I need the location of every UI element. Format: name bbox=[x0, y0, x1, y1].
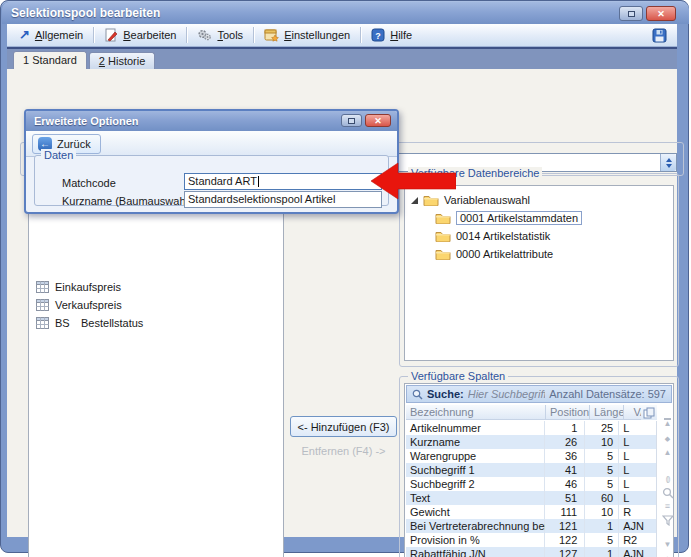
gears-icon bbox=[197, 28, 212, 42]
step-down-icon[interactable]: ▼ bbox=[661, 538, 674, 551]
cell-len: 1 bbox=[585, 519, 619, 533]
search-label: Suche: bbox=[427, 388, 464, 400]
remove-button-disabled: Entfernen (F4) -> bbox=[290, 445, 397, 457]
save-button[interactable] bbox=[652, 28, 673, 43]
table-row[interactable]: Provision in %1225R2 bbox=[406, 533, 656, 547]
table-row[interactable]: Suchbegriff 2465L bbox=[406, 477, 656, 491]
toolbar-separator bbox=[186, 27, 187, 43]
dialog-close-button[interactable]: ✕ bbox=[365, 114, 391, 127]
cell-name: Gewicht bbox=[406, 505, 545, 519]
spalten-panel: Suche: Hier Suchbegriff eing Anzahl Date… bbox=[404, 383, 674, 557]
search-icon[interactable] bbox=[661, 486, 674, 499]
toolbar-button-bearbeiten[interactable]: Bearbeiten bbox=[96, 26, 184, 44]
column-header-bezeichnung[interactable]: Bezeichnung bbox=[406, 405, 546, 419]
spin-down-icon bbox=[666, 164, 672, 168]
tab-standard[interactable]: 1 Standard bbox=[13, 51, 87, 69]
cell-pos: 122 bbox=[545, 533, 585, 547]
cell-pos: 26 bbox=[545, 435, 585, 449]
cell-name: Artikelnummer bbox=[406, 421, 545, 435]
dialog-restore-button[interactable] bbox=[341, 114, 362, 127]
cell-name: Suchbegriff 2 bbox=[406, 477, 545, 491]
text-caret bbox=[258, 176, 259, 187]
column-width-icon[interactable]: (|) bbox=[661, 472, 674, 485]
toolbar-label: Allgemein bbox=[35, 29, 83, 41]
search-placeholder: Hier Suchbegriff eing bbox=[468, 388, 546, 400]
screenshot-root: { "window": { "title": "Selektionspool b… bbox=[0, 0, 691, 557]
cell-len: 1 bbox=[585, 547, 619, 557]
close-button[interactable]: ✕ bbox=[646, 6, 676, 21]
cell-va: L bbox=[619, 421, 656, 435]
restore-icon bbox=[628, 11, 635, 17]
table-row[interactable]: Suchbegriff 1415L bbox=[406, 463, 656, 477]
item-label: Einkaufspreis bbox=[55, 281, 121, 293]
table-row[interactable]: Bei Vertreterabrechnung berücksichtige12… bbox=[406, 519, 656, 533]
tree-item[interactable]: 0000 Artikelattribute bbox=[435, 246, 553, 262]
table-row[interactable]: Gewicht11110R bbox=[406, 505, 656, 519]
toolbar-label: Tools bbox=[217, 29, 243, 41]
tab-historie[interactable]: 2 Historie bbox=[89, 52, 155, 69]
table-row[interactable]: Rabattfähig J/N1271AJN bbox=[406, 547, 656, 557]
selected-columns-listbox[interactable]: EinkaufspreisVerkaufspreisBSBestellstatu… bbox=[28, 194, 284, 557]
close-icon: ✕ bbox=[657, 9, 665, 19]
toolbar-button-allgemein[interactable]: ↗ Allgemein bbox=[11, 27, 91, 43]
tree-item-label: 0014 Artikelstatistik bbox=[456, 230, 550, 242]
tree-item[interactable]: 0001 Artikelstammdaten bbox=[435, 210, 582, 226]
record-count: Anzahl Datensätze: 597 bbox=[549, 388, 666, 400]
combo-spinner-button[interactable] bbox=[660, 154, 676, 171]
restore-button[interactable] bbox=[619, 6, 643, 21]
step-up-icon[interactable]: ▲ bbox=[661, 446, 674, 459]
kurzname-input[interactable]: Standardselektionspool Artikel bbox=[184, 191, 382, 208]
cell-pos: 46 bbox=[545, 477, 585, 491]
selected-column-item[interactable]: BSBestellstatus bbox=[36, 315, 143, 331]
cell-va: L bbox=[619, 491, 656, 505]
table-row[interactable]: Kurzname2610L bbox=[406, 435, 656, 449]
cell-pos: 41 bbox=[545, 463, 585, 477]
window-title: Selektionspool bearbeiten bbox=[2, 6, 160, 20]
toolbar-label: Einstellungen bbox=[284, 29, 350, 41]
toolbar-label: Hilfe bbox=[390, 29, 412, 41]
table-row[interactable]: Text5160L bbox=[406, 491, 656, 505]
spin-up-icon bbox=[666, 158, 672, 162]
tree-item-label: 0001 Artikelstammdaten bbox=[456, 211, 582, 225]
cell-len: 5 bbox=[585, 477, 619, 491]
move-down-icon[interactable]: ◆ bbox=[661, 552, 674, 557]
table-row[interactable]: Artikelnummer125L bbox=[406, 421, 656, 435]
cell-len: 5 bbox=[585, 463, 619, 477]
cell-name: Kurzname bbox=[406, 435, 545, 449]
copy-icon bbox=[643, 407, 655, 419]
search-bar[interactable]: Suche: Hier Suchbegriff eing Anzahl Date… bbox=[406, 385, 672, 403]
table-header: Bezeichnung Position Länge VA bbox=[406, 405, 657, 420]
cell-name: Suchbegriff 1 bbox=[406, 463, 545, 477]
table-row[interactable]: Warengruppe365L bbox=[406, 449, 656, 463]
tree-item[interactable]: 0014 Artikelstatistik bbox=[435, 228, 550, 244]
close-icon: ✕ bbox=[374, 116, 382, 126]
red-callout-arrow bbox=[371, 162, 456, 200]
dialog-toolbar: ← Zurück bbox=[26, 131, 397, 157]
scroll-top-icon[interactable]: ▲ bbox=[661, 416, 674, 429]
item-label: Bestellstatus bbox=[81, 317, 143, 329]
back-button-label: Zurück bbox=[57, 138, 91, 150]
title-bar[interactable]: Selektionspool bearbeiten ✕ bbox=[2, 2, 689, 24]
move-up-icon[interactable]: ◆ bbox=[661, 432, 674, 445]
cell-len: 25 bbox=[585, 421, 619, 435]
folder-icon bbox=[435, 248, 451, 260]
toolbar-button-einstellungen[interactable]: Einstellungen bbox=[256, 26, 358, 44]
toolbar-button-tools[interactable]: Tools bbox=[189, 26, 251, 44]
datenbereiche-tree[interactable]: Variablenauswahl0001 Artikelstammdaten00… bbox=[404, 185, 674, 361]
matchcode-input[interactable]: Standard ART bbox=[184, 173, 382, 190]
copy-button[interactable] bbox=[641, 405, 657, 420]
selected-column-item[interactable]: Verkaufspreis bbox=[36, 297, 122, 313]
toolbar-button-hilfe[interactable]: ? Hilfe bbox=[363, 26, 420, 44]
cell-va: L bbox=[619, 435, 656, 449]
column-header-laenge[interactable]: Länge bbox=[590, 405, 624, 419]
cell-name: Warengruppe bbox=[406, 449, 545, 463]
filter-icon[interactable] bbox=[661, 514, 674, 527]
list-icon[interactable]: ≡ bbox=[661, 500, 674, 513]
cell-va: L bbox=[619, 449, 656, 463]
dialog-title-bar[interactable]: Erweiterte Optionen ✕ bbox=[26, 111, 397, 131]
selected-column-item[interactable]: Einkaufspreis bbox=[36, 279, 121, 295]
table-icon bbox=[36, 281, 49, 293]
add-button[interactable]: <- Hinzufügen (F3) bbox=[290, 416, 397, 437]
cell-len: 5 bbox=[585, 449, 619, 463]
column-header-position[interactable]: Position bbox=[546, 405, 590, 419]
